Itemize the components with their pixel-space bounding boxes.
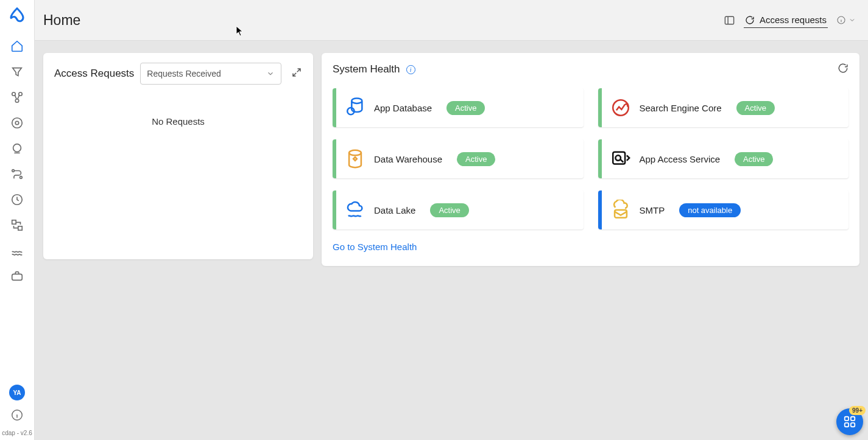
chevron-down-icon	[849, 16, 856, 24]
svg-point-5	[13, 144, 21, 152]
svg-point-17	[349, 150, 361, 156]
health-service-name: Data Warehouse	[374, 154, 442, 164]
health-service-name: Search Engine Core	[640, 103, 722, 113]
health-status-bar	[333, 139, 336, 178]
page-title: Home	[43, 12, 80, 29]
health-card[interactable]: Search Engine CoreActive	[598, 88, 849, 127]
health-status-badge: not available	[679, 203, 741, 217]
fab-badge: 99+	[849, 406, 866, 415]
refresh-icon[interactable]	[838, 63, 849, 76]
health-status-bar	[598, 190, 602, 229]
info-icon[interactable]	[10, 408, 24, 422]
app-logo	[8, 6, 26, 27]
nav-route-icon[interactable]	[10, 167, 24, 181]
expand-icon[interactable]	[291, 67, 302, 80]
topbar: Home Access requests	[35, 0, 868, 41]
info-icon[interactable]: i	[406, 65, 415, 74]
svg-point-4	[12, 118, 23, 128]
sidebar: YA cdap - v2.6	[0, 0, 35, 440]
svg-rect-13	[725, 16, 733, 24]
access-requests-header-link[interactable]: Access requests	[744, 12, 828, 28]
info-dropdown[interactable]	[836, 15, 856, 25]
health-status-bar	[333, 190, 336, 229]
health-card[interactable]: Data WarehouseActive	[333, 139, 584, 178]
svg-rect-11	[12, 274, 23, 280]
health-service-icon	[345, 97, 365, 118]
health-service-icon	[610, 200, 631, 220]
health-card[interactable]: App Access ServiceActive	[598, 139, 849, 178]
access-requests-dropdown[interactable]: Requests Received	[140, 63, 281, 85]
system-health-panel: System Health i App DatabaseActiveSearch…	[322, 53, 859, 266]
health-service-icon	[345, 200, 365, 220]
health-status-badge: Active	[446, 101, 485, 115]
svg-rect-9	[12, 220, 16, 224]
health-status-bar	[333, 88, 336, 127]
user-avatar[interactable]: YA	[9, 385, 25, 400]
access-requests-title: Access Requests	[54, 68, 134, 80]
health-card[interactable]: Data LakeActive	[333, 190, 584, 229]
nav-filter-icon[interactable]	[10, 65, 24, 79]
system-health-title: System Health	[333, 63, 400, 75]
nav-nodes-icon[interactable]	[10, 90, 24, 105]
health-service-icon	[610, 97, 631, 118]
health-status-bar	[598, 139, 602, 178]
svg-rect-20	[615, 210, 627, 218]
nav-clock-icon[interactable]	[10, 192, 24, 207]
no-requests-message: No Requests	[54, 91, 302, 248]
health-grid: App DatabaseActiveSearch Engine CoreActi…	[333, 82, 849, 229]
nav-water-icon[interactable]	[10, 243, 24, 258]
health-card[interactable]: SMTPnot available	[598, 190, 849, 229]
nav-globe-icon[interactable]	[10, 141, 24, 156]
panel-toggle-icon[interactable]	[724, 15, 735, 26]
svg-point-7	[20, 176, 23, 179]
svg-rect-10	[18, 226, 22, 230]
main-area: Home Access requests Access Requests Req…	[35, 0, 868, 440]
health-status-badge: Active	[735, 152, 773, 166]
health-status-badge: Active	[430, 203, 468, 217]
svg-rect-22	[851, 417, 855, 421]
svg-point-19	[615, 155, 621, 161]
health-service-name: Data Lake	[374, 205, 415, 215]
access-requests-panel: Access Requests Requests Received No Req…	[43, 53, 313, 259]
access-requests-dropdown-value: Requests Received	[147, 69, 221, 79]
health-service-icon	[610, 148, 631, 169]
svg-point-6	[12, 170, 15, 172]
svg-rect-23	[845, 423, 849, 427]
health-status-badge: Active	[457, 152, 495, 166]
nav-exchange-icon[interactable]	[10, 218, 24, 232]
content-area: Access Requests Requests Received No Req…	[35, 41, 868, 440]
chevron-down-icon	[266, 69, 275, 78]
svg-point-2	[15, 99, 19, 103]
health-status-bar	[598, 88, 602, 127]
nav-briefcase-icon[interactable]	[10, 269, 24, 284]
health-service-icon	[345, 148, 365, 169]
health-service-name: App Access Service	[640, 154, 721, 164]
health-service-name: App Database	[374, 103, 432, 113]
svg-rect-21	[845, 417, 849, 421]
nav-home-icon[interactable]	[10, 39, 24, 54]
svg-rect-24	[851, 423, 855, 427]
health-service-name: SMTP	[640, 205, 665, 215]
command-fab[interactable]: 99+	[836, 408, 863, 435]
svg-point-3	[15, 121, 19, 125]
version-label: cdap - v2.6	[2, 430, 32, 436]
health-card[interactable]: App DatabaseActive	[333, 88, 584, 127]
health-status-badge: Active	[736, 101, 775, 115]
go-to-system-health-link[interactable]: Go to System Health	[333, 242, 417, 252]
nav-gear-icon[interactable]	[10, 116, 24, 130]
access-requests-header-label: Access requests	[760, 15, 827, 25]
